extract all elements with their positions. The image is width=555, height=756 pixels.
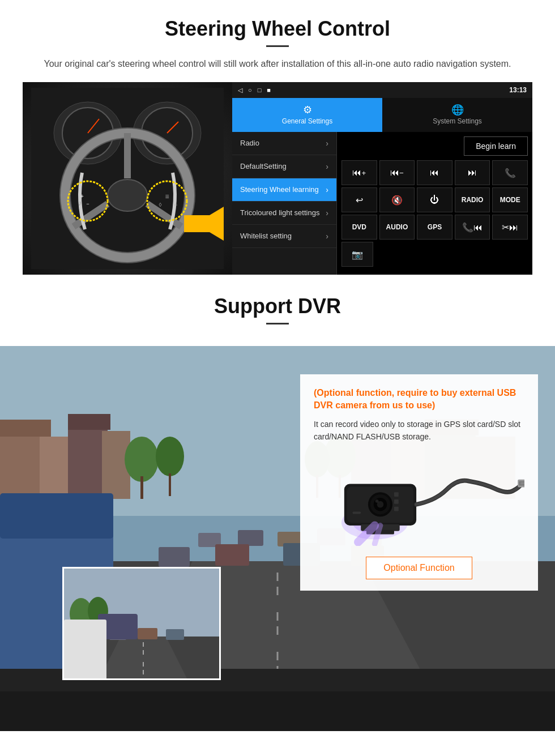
steering-section: Steering Wheel Control Your original car… [0,0,555,275]
svg-rect-78 [64,620,106,680]
svg-point-13 [108,180,147,211]
ctrl-power[interactable]: ⏻ [417,187,452,212]
dvr-camera-svg [314,450,524,546]
tab-general-label: General Settings [282,117,332,125]
svg-rect-91 [353,511,361,514]
svg-point-32 [125,437,159,482]
ctrl-call-prev[interactable]: 📞⏮ [455,215,490,240]
menu-icon: ■ [267,87,271,93]
optional-function-button[interactable]: Optional Function [366,557,472,579]
ctrl-dvd[interactable]: DVD [341,215,377,240]
ctrl-mute[interactable]: 🔇 [379,187,415,212]
android-content: Radio › DefaultSetting › Steering Wheel … [232,132,532,275]
chevron-right-icon: › [326,139,328,148]
recents-icon: □ [258,87,262,93]
dvr-camera-illustration [314,452,524,543]
menu-radio-label: Radio [240,139,259,148]
ctrl-mode[interactable]: MODE [492,187,528,212]
system-icon: 🌐 [386,104,529,116]
ctrl-vol-up[interactable]: ⏮+ [341,160,377,185]
menu-item-defaultsetting[interactable]: DefaultSetting › [232,155,336,178]
menu-item-steering-learning[interactable]: Steering Wheel learning › [232,178,336,202]
statusbar-time: 13:13 [509,86,527,94]
android-menu: Radio › DefaultSetting › Steering Wheel … [232,132,337,275]
svg-rect-89 [394,499,399,503]
ctrl-camera[interactable]: 📷 [341,242,373,267]
svg-rect-75 [138,628,157,639]
control-grid: ⏮+ ⏮− ⏮ ⏭ 📞 ↩ 🔇 ⏻ RADIO MODE DVD AUDIO [341,160,528,240]
menu-item-whitelist[interactable]: Whitelist setting › [232,225,336,248]
tab-system-settings[interactable]: 🌐 System Settings [382,98,532,132]
svg-rect-88 [394,492,399,497]
dvr-desc-text: It can record video only to storage in G… [314,418,524,443]
chevron-right-icon-4: › [326,208,328,217]
steering-wheel-svg: + − ♪ ≡ ○ ◊ [31,88,224,269]
svg-rect-58 [215,544,249,566]
android-panel: ◁ ○ □ ■ 13:13 ⚙ General Settings 🌐 Syste… [232,82,532,275]
svg-rect-17 [184,215,224,232]
svg-text:♪: ♪ [78,198,82,207]
dvr-optional-text: (Optional function, require to buy exter… [314,387,524,412]
home-icon: ○ [248,87,252,93]
dvr-section: Support DVR [0,275,555,731]
tab-system-label: System Settings [433,117,482,125]
svg-rect-90 [394,506,399,511]
svg-rect-53 [238,530,263,546]
dvr-thumb-visual [64,569,219,678]
ctrl-audio[interactable]: AUDIO [379,215,415,240]
statusbar-nav-icons: ◁ ○ □ ■ [238,87,271,94]
svg-rect-30 [68,414,110,430]
svg-point-87 [375,499,379,502]
dvr-title: Support DVR [23,294,532,318]
begin-learn-row: Begin learn [341,136,528,156]
steering-panel: + − ♪ ≡ ○ ◊ ◁ ○ □ ■ 13:13 [23,82,532,275]
svg-rect-96 [520,482,524,484]
chevron-right-icon-3: › [326,185,328,194]
android-statusbar: ◁ ○ □ ■ 13:13 [232,82,532,98]
menu-steering-label: Steering Wheel learning [240,185,319,194]
dvr-info-card: (Optional function, require to buy exter… [300,374,538,591]
back-icon: ◁ [238,87,242,94]
svg-rect-35 [169,473,171,496]
ctrl-back[interactable]: ↩ [341,187,377,212]
dvr-background: (Optional function, require to buy exter… [0,346,555,731]
settings-icon: ⚙ [236,104,379,116]
steering-image: + − ♪ ≡ ○ ◊ [23,82,232,275]
svg-rect-57 [159,547,190,567]
ctrl-phone[interactable]: 📞 [492,160,528,185]
ctrl-cut-next[interactable]: ✂⏭ [492,215,528,240]
steering-subtitle: Your original car's steering wheel contr… [34,57,521,71]
svg-text:◊: ◊ [159,202,162,208]
menu-item-radio[interactable]: Radio › [232,132,336,155]
svg-text:≡: ≡ [165,193,169,200]
title-divider [266,45,289,47]
page-title: Steering Wheel Control [23,17,532,41]
ctrl-vol-down[interactable]: ⏮− [379,160,415,185]
svg-rect-27 [0,420,51,437]
ctrl-radio[interactable]: RADIO [455,187,490,212]
svg-text:−: − [86,201,89,207]
dvr-thumbnail [62,567,221,680]
dvr-title-divider [266,323,289,324]
svg-rect-76 [166,629,184,640]
menu-whitelist-label: Whitelist setting [240,232,292,241]
menu-item-tricoloured[interactable]: Tricoloured light settings › [232,202,336,225]
ctrl-gps[interactable]: GPS [417,215,452,240]
begin-learn-button[interactable]: Begin learn [464,136,528,156]
optional-fn-btn-container: Optional Function [314,552,524,579]
dvr-title-area: Support DVR [0,275,555,346]
menu-tricoloured-label: Tricoloured light settings [240,208,319,217]
ctrl-prev[interactable]: ⏮ [417,160,452,185]
menu-default-label: DefaultSetting [240,162,287,171]
svg-rect-29 [68,425,108,499]
svg-point-33 [156,437,184,476]
android-right-panel: Begin learn ⏮+ ⏮− ⏮ ⏭ 📞 ↩ 🔇 ⏻ RADIO [337,132,532,275]
tab-general-settings[interactable]: ⚙ General Settings [232,98,382,132]
chevron-right-icon-2: › [326,162,328,171]
svg-rect-34 [140,476,143,499]
svg-rect-62 [0,493,113,539]
ctrl-next[interactable]: ⏭ [455,160,490,185]
dvr-thumb-svg [64,569,221,680]
android-tabs: ⚙ General Settings 🌐 System Settings [232,98,532,132]
chevron-right-icon-5: › [326,232,328,241]
